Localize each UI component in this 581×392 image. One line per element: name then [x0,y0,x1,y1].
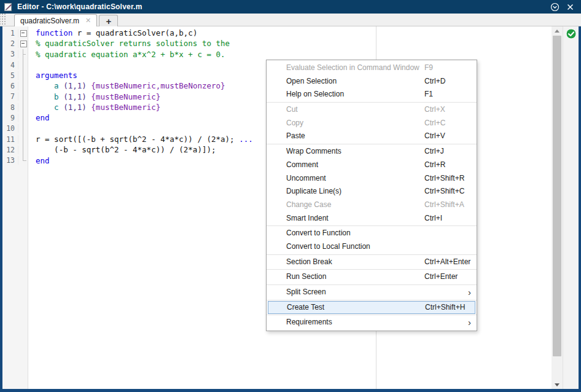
menu-item-shortcut: Ctrl+R [424,159,445,172]
menu-item-label: Help on Selection [286,88,344,101]
menu-item-shortcut: Ctrl+D [424,75,445,88]
line-number: 11 [2,135,18,144]
menu-item-shortcut: Ctrl+Shift+C [424,185,464,198]
gutter-row: 1 [2,28,28,38]
menu-item-wrap-comments[interactable]: Wrap CommentsCtrl+J [267,145,477,159]
menu-item-convert-to-function[interactable]: Convert to Function [267,227,477,240]
gutter-row: 6 [2,80,28,91]
menu-item-label: Split Screen [286,286,326,299]
code-analyzer-check-icon[interactable] [566,28,577,39]
line-number: 13 [2,156,18,165]
panel-actions-menu-button[interactable] [550,2,560,12]
code-line[interactable]: function r = quadraticSolver(a,b,c) [36,28,552,38]
code-line[interactable]: % quadratic equation a*x^2 + b*x + c = 0… [36,49,552,60]
menu-item-label: Change Case [286,198,331,212]
line-number: 9 [2,114,18,122]
menu-item-label: Section Break [286,256,332,269]
menu-item-label: Run Section [286,270,326,284]
menu-item-smart-indent[interactable]: Smart IndentCtrl+I [267,212,477,225]
menu-item-label: Copy [286,117,303,130]
menu-item-requirements[interactable]: Requirements› [267,316,477,329]
line-number: 1 [2,29,18,37]
new-tab-button[interactable]: + [99,15,118,26]
fold-margin [18,60,28,70]
menu-separator [267,269,477,270]
menu-separator [267,102,477,103]
drag-grip-handle[interactable] [0,14,6,26]
gutter-row: 2 [2,38,28,49]
context-menu: Evaluate Selection in Command WindowF9Op… [266,60,477,331]
menu-item-comment[interactable]: CommentCtrl+R [267,159,477,172]
vertical-scrollbar[interactable] [552,26,563,389]
menu-item-label: Evaluate Selection in Command Window [286,61,419,75]
gutter-row: 8 [2,102,28,112]
up-arrow-icon [555,29,560,33]
close-window-button[interactable] [566,2,575,12]
menu-item-split-screen[interactable]: Split Screen› [267,286,477,299]
down-arrow-icon [555,383,560,386]
menu-item-create-test[interactable]: Create TestCtrl+Shift+H [268,301,475,315]
menu-item-shortcut: Ctrl+Shift+R [424,172,464,186]
menu-item-shortcut: Ctrl+J [424,145,444,159]
menu-item-shortcut: Ctrl+C [424,117,445,130]
scrollbar-up-button[interactable] [552,26,563,35]
fold-margin [18,102,28,112]
line-number: 8 [2,103,18,112]
line-number: 2 [2,39,18,48]
menu-item-label: Create Test [287,302,324,314]
window-bottom-border [0,389,581,392]
window-title: Editor - C:\work\quadraticSolver.m [17,2,142,11]
tab-bar: quadraticSolver.m ✕ + [0,14,581,26]
scrollbar-down-button[interactable] [552,380,563,389]
fold-margin [18,70,28,80]
menu-item-convert-to-local-function[interactable]: Convert to Local Function [267,240,477,254]
menu-item-label: Convert to Local Function [286,240,370,254]
gutter-row: 9 [2,112,28,123]
menu-item-uncomment[interactable]: UncommentCtrl+Shift+R [267,172,477,186]
menu-item-duplicate-line-s[interactable]: Duplicate Line(s)Ctrl+Shift+C [267,185,477,198]
menu-item-cut: CutCtrl+X [267,103,477,117]
code-fold-collapse-icon[interactable] [18,38,28,49]
line-number: 12 [2,146,18,154]
menu-item-label: Uncomment [286,172,326,186]
menu-item-label: Paste [286,130,305,143]
menu-item-label: Duplicate Line(s) [286,185,341,198]
line-number: 7 [2,92,18,101]
menu-item-shortcut: F9 [424,61,433,75]
gutter-row: 5 [2,70,28,80]
menu-item-help-on-selection[interactable]: Help on SelectionF1 [267,88,477,101]
menu-separator [267,284,477,285]
menu-item-paste[interactable]: PasteCtrl+V [267,130,477,143]
menu-item-label: Wrap Comments [286,145,341,159]
line-number-gutter: 12345678910111213 [2,26,28,389]
scrollbar-thumb[interactable] [553,36,561,356]
menu-separator [267,144,477,144]
line-number: 6 [2,82,18,90]
fold-margin [18,144,28,155]
gutter-row: 12 [2,144,28,155]
menu-item-shortcut: Ctrl+I [424,212,442,225]
menu-item-section-break[interactable]: Section BreakCtrl+Alt+Enter [267,256,477,269]
submenu-arrow-icon: › [468,286,471,299]
code-line[interactable]: % quadraticSolver returns solutions to t… [36,38,552,49]
menu-item-open-selection[interactable]: Open SelectionCtrl+D [267,75,477,88]
gutter-row: 3 [2,49,28,60]
tab-close-icon[interactable]: ✕ [85,17,91,24]
line-number: 4 [2,61,18,69]
menu-separator [267,315,477,315]
code-fold-collapse-icon[interactable] [18,28,28,38]
tab-quadraticsolver-m[interactable]: quadraticSolver.m ✕ [14,14,97,26]
fold-margin [18,92,28,102]
menu-item-label: Open Selection [286,75,337,88]
menu-separator [267,300,477,300]
menu-item-shortcut: Ctrl+Shift+H [425,302,465,314]
menu-separator [267,225,477,226]
menu-item-evaluate-selection-in-command-window: Evaluate Selection in Command WindowF9 [267,61,477,75]
message-indicator-bar [563,26,579,389]
menu-item-run-section[interactable]: Run SectionCtrl+Enter [267,270,477,284]
menu-item-shortcut: Ctrl+Shift+A [424,198,464,212]
menu-item-label: Convert to Function [286,227,351,240]
gutter-row: 13 [2,155,28,166]
line-number: 5 [2,71,18,80]
fold-margin [18,134,28,144]
